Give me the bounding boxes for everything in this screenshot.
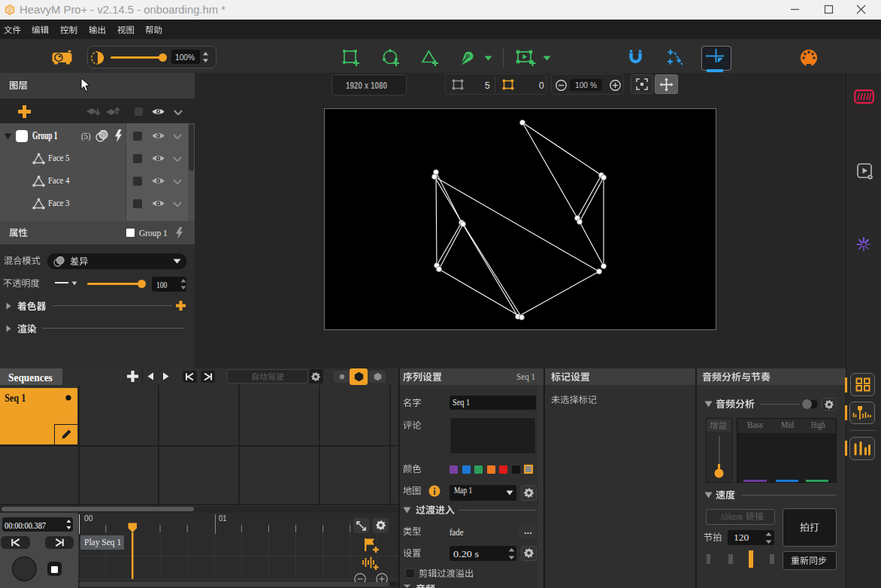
svg-text:fade: fade [450, 526, 464, 538]
svg-text:Mid: Mid [781, 420, 795, 430]
svg-text:5: 5 [485, 80, 490, 91]
svg-text:100 %: 100 % [575, 80, 597, 89]
svg-text:Seq 1: Seq 1 [516, 371, 535, 382]
svg-text:...: ... [524, 525, 532, 536]
svg-text:120: 120 [734, 532, 749, 543]
svg-text:Play Seq 1: Play Seq 1 [84, 536, 121, 547]
svg-text:Bass: Bass [747, 420, 763, 430]
svg-text:High: High [811, 420, 825, 430]
svg-text:Map 1: Map 1 [454, 484, 472, 496]
svg-text:Ableton: Ableton [720, 511, 743, 522]
svg-text:Seq 1: Seq 1 [453, 396, 470, 408]
svg-text:0.20 s: 0.20 s [453, 548, 479, 559]
svg-text:0: 0 [539, 80, 544, 91]
